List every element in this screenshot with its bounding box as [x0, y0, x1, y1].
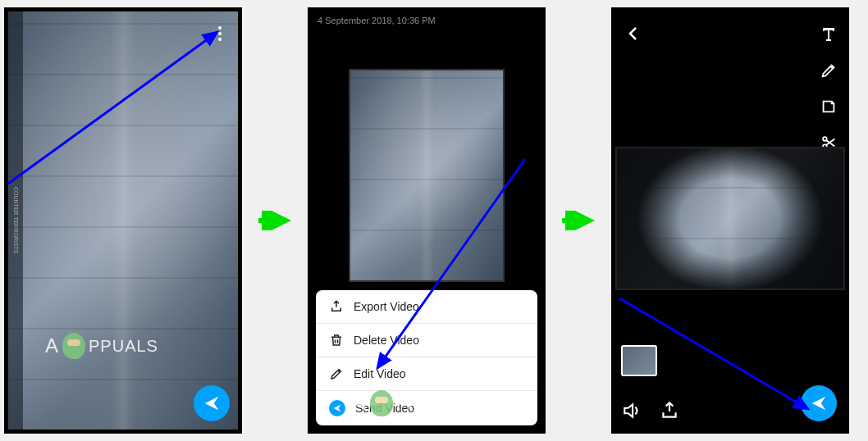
timestamp-label: 4 September 2018, 10:36 PM: [318, 16, 436, 25]
save-icon[interactable]: [659, 400, 680, 421]
screen-memories-view: COUNTER TERRORISTS: [4, 7, 242, 434]
menu-label: Export Video: [354, 300, 419, 313]
export-icon: [329, 299, 344, 314]
menu-edit-video[interactable]: Edit Video: [316, 357, 537, 391]
flow-arrow-2: [560, 211, 596, 230]
draw-tool-icon[interactable]: [818, 60, 839, 81]
video-edit-preview[interactable]: [615, 147, 845, 290]
send-button[interactable]: [194, 385, 230, 421]
video-thumbnail-large[interactable]: [349, 69, 505, 282]
watermark-head-icon: [370, 390, 393, 416]
bottom-actions: [621, 400, 680, 421]
text-tool-icon[interactable]: [818, 24, 839, 45]
screen-options-menu: 4 September 2018, 10:36 PM Export Video …: [308, 7, 546, 434]
watermark-head-icon: [62, 333, 85, 359]
vignette-overlay: [617, 148, 843, 289]
timeline-thumbnail[interactable]: [621, 345, 657, 376]
game-hud-score: COUNTER TERRORISTS: [8, 11, 23, 430]
svg-point-4: [823, 137, 827, 141]
sticker-tool-icon[interactable]: [818, 96, 839, 117]
watermark-logo: A PPUALS: [353, 390, 466, 416]
sound-icon[interactable]: [621, 400, 642, 421]
back-chevron-icon[interactable]: [624, 24, 643, 43]
pencil-icon: [329, 366, 344, 381]
send-button[interactable]: [801, 385, 837, 421]
video-preview[interactable]: COUNTER TERRORISTS: [8, 11, 238, 430]
flow-arrow-1: [257, 211, 293, 230]
trash-icon: [329, 333, 344, 348]
watermark-logo: A PPUALS: [45, 333, 158, 359]
menu-delete-video[interactable]: Delete Video: [316, 324, 537, 357]
menu-export-video[interactable]: Export Video: [316, 290, 537, 324]
menu-label: Edit Video: [354, 367, 406, 380]
kebab-menu-icon[interactable]: [210, 24, 230, 43]
send-icon: [329, 400, 345, 416]
screen-edit-view: [611, 7, 849, 434]
menu-label: Delete Video: [354, 334, 419, 347]
